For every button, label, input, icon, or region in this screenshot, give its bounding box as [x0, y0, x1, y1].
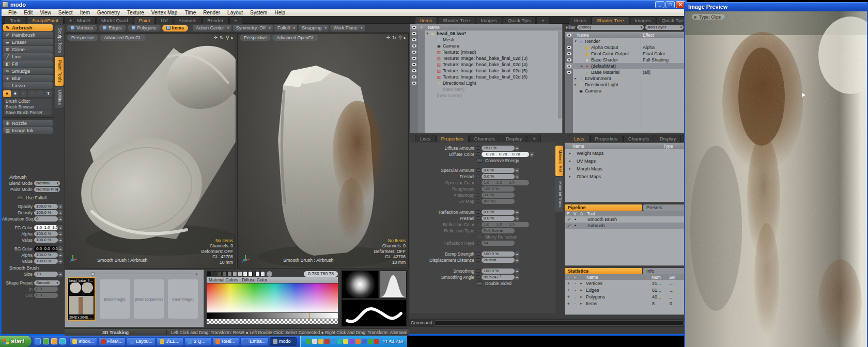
tool-button[interactable]: ✎ Airbrush [3, 24, 53, 31]
selection-mode-button[interactable]: Items [162, 25, 189, 31]
opacity-field[interactable]: 100.0 % [34, 204, 58, 209]
maximize-button[interactable]: □ [665, 1, 675, 8]
statistics-title[interactable]: Statistics [565, 268, 642, 274]
tool-button[interactable]: ▤ Image Ink [3, 127, 53, 134]
preview-title-bar[interactable]: Image Preview [685, 2, 867, 11]
shader-layer-row[interactable]: ▸ ● (defaultMat) [565, 63, 684, 69]
stepper[interactable]: ◂▸ [515, 174, 519, 179]
item-row[interactable]: ▨ Texture: (mixed) [410, 49, 562, 55]
statistics-row[interactable]: + - ▸ Vertices 21... ... [565, 280, 684, 287]
item-row[interactable]: ▨ Texture: Image: head_bake_final_02d (4… [410, 61, 562, 68]
title-bar[interactable]: modo _ □ ✕ [0, 0, 687, 9]
visibility-eye-icon[interactable] [412, 32, 416, 35]
slider-handle[interactable] [91, 272, 95, 276]
image-thumbnail-selected[interactable]: head_bake_fi ... 2048 x 2048, ... [67, 277, 96, 321]
tab[interactable]: Images [476, 17, 502, 24]
expander-icon[interactable]: ▸ [579, 64, 584, 68]
statistics-row[interactable]: + - ▸ Items 8 0 [565, 300, 684, 307]
stepper[interactable]: ◂▸ [515, 210, 519, 215]
more-icon[interactable]: ▸ [404, 35, 406, 40]
alpha-strip[interactable] [207, 319, 338, 324]
toolbar-dropdown[interactable]: Work Plane [330, 25, 364, 31]
visibility-eye-icon[interactable] [412, 63, 416, 66]
visibility-eye-icon[interactable] [412, 51, 416, 54]
tab[interactable]: Sculpt/Paint [27, 17, 64, 24]
tab[interactable]: Shader Tree [592, 17, 629, 24]
rotate-icon[interactable]: ↻ [220, 35, 224, 40]
bg-color-field[interactable]: 0.0 0.0 0.0 [34, 246, 58, 251]
stepper[interactable]: ◂▸ [58, 225, 63, 230]
minimize-button[interactable]: _ [655, 1, 664, 8]
material-subtab[interactable]: Material Ref [555, 146, 563, 176]
toolbar-dropdown[interactable]: Falloff [274, 25, 297, 31]
channel-toggle[interactable] [476, 258, 481, 262]
menu-item[interactable]: View [36, 10, 55, 15]
displacement-field[interactable]: 20 mm [482, 258, 515, 263]
channel-toggle[interactable] [476, 252, 481, 256]
item-row[interactable]: ▨ Texture: Image: head_bake_final_02d (5… [410, 68, 562, 74]
stepper[interactable]: ◂▸ [58, 238, 63, 243]
menu-item[interactable]: Help [271, 10, 289, 15]
menu-item[interactable]: Geometry [94, 10, 123, 15]
tab[interactable]: Properties [590, 135, 623, 142]
thumbnail-size-slider[interactable]: ▲ [69, 272, 199, 275]
attenuation-field[interactable]: 0 [34, 216, 58, 222]
tray-icon[interactable] [362, 339, 367, 344]
gray-swatch[interactable] [260, 271, 265, 276]
tool-button[interactable]: ╱ Line [3, 53, 53, 60]
channel-toggle[interactable] [476, 168, 481, 172]
tab[interactable]: Properties [436, 135, 469, 142]
brush-tip-icon[interactable]: ✦ [20, 90, 27, 97]
layer-effect[interactable]: Full Shading [643, 57, 669, 62]
tab[interactable]: Shader Tree [438, 17, 475, 24]
tab[interactable]: UV [156, 17, 173, 24]
tray-icon[interactable] [337, 339, 342, 344]
channel-toggle[interactable] [476, 216, 481, 220]
channel-toggle[interactable] [476, 269, 481, 273]
tab[interactable]: Channels [623, 135, 654, 142]
view-type-button[interactable]: Perspective [240, 35, 271, 41]
expander-icon[interactable]: ▸ [579, 295, 584, 299]
enabled-check[interactable]: ✓ [565, 217, 572, 222]
tool-button[interactable]: ◧ Fill [3, 60, 53, 67]
visibility-eye-icon[interactable] [412, 75, 416, 78]
load-sequence-button[interactable]: (load sequence) [134, 279, 164, 319]
shading-mode-button[interactable]: Advanced OpenGL [100, 35, 145, 41]
specular-fresnel-field[interactable]: 0.0 % [482, 174, 515, 179]
expander-icon[interactable]: ▸ [567, 167, 572, 171]
tab[interactable]: + [536, 17, 550, 24]
pan-icon[interactable]: ✛ [214, 35, 218, 40]
stepper[interactable]: ◂▸ [530, 152, 534, 157]
stepper[interactable]: ◂▸ [515, 251, 519, 257]
tab[interactable]: Display [655, 135, 681, 142]
command-input[interactable] [435, 320, 684, 326]
tool-category-tab[interactable]: Sculpt Tools [55, 25, 64, 56]
taskbar-clock[interactable]: 11:54 AM [383, 339, 403, 344]
stepper[interactable]: ◂▸ [58, 204, 63, 209]
double-sided-checkbox[interactable] [476, 281, 483, 286]
shader-layer-row[interactable]: ▸ ☀ Directional Light [565, 82, 684, 88]
specular-amount-field[interactable]: 0.0 % [482, 168, 515, 173]
tab[interactable]: Animate [174, 17, 202, 24]
brush-action-button[interactable]: Brush Editor [4, 99, 52, 104]
shape-preset-select[interactable]: Smooth [34, 280, 60, 286]
brush-action-button[interactable]: Brush Browser [4, 104, 52, 109]
brush-tip-icon[interactable]: ✧ [36, 90, 44, 97]
menu-item[interactable]: Time [181, 10, 199, 15]
expander-icon[interactable]: ▸ [579, 302, 584, 306]
stepper[interactable]: ◂▸ [58, 259, 63, 264]
taskbar-app-button[interactable]: modo [270, 337, 297, 346]
stepper[interactable]: ◂▸ [58, 246, 63, 251]
bg-value-field[interactable]: 100.0 % [34, 259, 58, 264]
pan-icon[interactable]: ✛ [386, 35, 391, 40]
tool-button[interactable]: ✑ Smudge [3, 68, 53, 74]
pipeline-tool-row[interactable]: ✓ • Airbrush [565, 223, 684, 229]
shading-mode-button[interactable]: Advanced OpenGL [272, 35, 318, 41]
material-subtab[interactable]: Material Trans [555, 177, 563, 212]
item-row[interactable]: (new scene) [410, 92, 562, 99]
collapse-minus-button[interactable]: - [572, 288, 579, 293]
paint-mode-select[interactable]: Normal Proj ... [34, 187, 60, 192]
preview-collapse-arrow[interactable] [802, 93, 805, 97]
taskbar-app-button[interactable]: Real... [212, 337, 239, 346]
diffuse-color-field[interactable]: 0.780.780.78 [482, 152, 529, 157]
